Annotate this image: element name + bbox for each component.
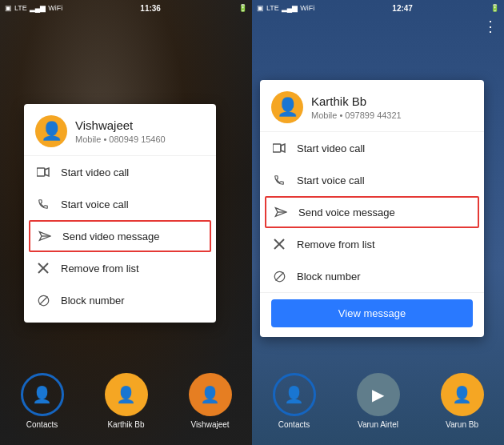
right-send-voice-label: Send voice message: [298, 206, 395, 218]
varun-bb-person-icon: 👤: [452, 385, 472, 404]
svg-marker-9: [281, 144, 285, 152]
right-avatar-icon: 👤: [277, 97, 298, 118]
right-menu-video-call[interactable]: Start video call: [260, 132, 484, 164]
left-panel: ▣ LTE ▂▄▆ WiFi 11:36 🔋 👤 Vishwajeet Mobi…: [0, 0, 252, 445]
right-battery-icon: 🔋: [490, 4, 499, 12]
right-lte-icon: LTE: [266, 4, 279, 12]
right-contact-phone: Mobile • 097899 44321: [311, 110, 473, 120]
vishwajeet-circle: 👤: [189, 373, 232, 416]
lte-icon: LTE: [14, 4, 27, 12]
right-contacts-person-icon: 👤: [284, 385, 304, 404]
karthik-person-icon: 👤: [116, 385, 136, 404]
right-remove-label: Remove from list: [297, 239, 375, 251]
right-contact-name: Karthik Bb: [311, 94, 473, 109]
right-wifi-icon: WiFi: [300, 4, 314, 12]
right-time: 12:47: [392, 4, 413, 13]
right-video-call-label: Start video call: [297, 142, 365, 154]
right-signal-icon: ▂▄▆: [282, 4, 298, 12]
right-contact-card: 👤 Karthik Bb Mobile • 097899 44321 Start…: [260, 80, 484, 337]
card-divider: [260, 292, 484, 293]
right-menu-voice-call[interactable]: Start voice call: [260, 164, 484, 196]
left-avatar: 👤: [35, 115, 67, 147]
right-tab-varun-bb-label: Varun Bb: [446, 420, 478, 429]
left-avatar-icon: 👤: [41, 121, 62, 142]
right-voice-call-label: Start voice call: [297, 174, 365, 186]
left-tab-karthik-label: Karthik Bb: [107, 420, 144, 429]
right-card-header: 👤 Karthik Bb Mobile • 097899 44321: [260, 80, 484, 132]
right-status-bar: ▣ LTE ▂▄▆ WiFi 12:47 🔋: [252, 0, 504, 16]
phone-icon: [35, 196, 51, 212]
left-video-call-label: Start video call: [61, 166, 129, 178]
right-tab-contacts-label: Contacts: [278, 420, 310, 429]
left-tab-contacts[interactable]: 👤 Contacts: [21, 373, 64, 429]
svg-line-7: [39, 296, 47, 304]
left-block-label: Block number: [61, 295, 124, 307]
right-sim-icon: ▣: [257, 4, 264, 12]
sim-icon: ▣: [5, 4, 12, 12]
right-contact-info: Karthik Bb Mobile • 097899 44321: [311, 94, 473, 120]
right-menu-remove[interactable]: Remove from list: [260, 228, 484, 260]
right-block-label: Block number: [297, 271, 360, 283]
varun-airtel-play-icon: ▶: [372, 385, 384, 404]
left-battery: 🔋: [238, 4, 247, 12]
right-contacts-circle: 👤: [273, 373, 316, 416]
right-tab-varun-airtel-label: Varun Airtel: [358, 420, 398, 429]
right-phone-icon: [271, 172, 287, 188]
x-icon: [35, 260, 51, 276]
right-menu-send-voice[interactable]: Send voice message: [265, 196, 479, 228]
left-contact-info: Vishwajeet Mobile • 080949 15460: [75, 118, 205, 144]
block-icon: [35, 292, 51, 308]
svg-rect-0: [37, 168, 45, 176]
right-tab-contacts[interactable]: 👤 Contacts: [273, 373, 316, 429]
left-menu-block[interactable]: Block number: [24, 284, 216, 316]
right-tab-varun-bb[interactable]: 👤 Varun Bb: [441, 373, 484, 429]
left-contact-name: Vishwajeet: [75, 118, 205, 133]
left-remove-label: Remove from list: [61, 263, 139, 275]
signal-icon: ▂▄▆: [30, 4, 46, 12]
right-x-icon: [271, 236, 287, 252]
three-dots-menu[interactable]: ⋮: [483, 18, 498, 35]
left-status-icons: ▣ LTE ▂▄▆ WiFi: [5, 4, 62, 12]
karthik-circle: 👤: [105, 373, 148, 416]
left-menu-send-video[interactable]: Send video message: [29, 220, 211, 252]
left-contact-phone: Mobile • 080949 15460: [75, 134, 205, 144]
left-contact-card: 👤 Vishwajeet Mobile • 080949 15460 Start…: [24, 104, 216, 323]
right-bottom-tabs: 👤 Contacts ▶ Varun Airtel 👤 Varun Bb: [252, 365, 504, 445]
right-battery: 🔋: [490, 4, 499, 12]
left-bottom-tabs: 👤 Contacts 👤 Karthik Bb 👤 Vishwajeet: [0, 365, 252, 445]
left-send-video-label: Send video message: [62, 231, 159, 243]
contacts-person-icon: 👤: [32, 385, 52, 404]
right-send-icon: [273, 204, 289, 220]
left-card-header: 👤 Vishwajeet Mobile • 080949 15460: [24, 104, 216, 156]
right-tab-varun-airtel[interactable]: ▶ Varun Airtel: [357, 373, 400, 429]
svg-rect-8: [273, 144, 281, 152]
right-status-icons: ▣ LTE ▂▄▆ WiFi: [257, 4, 314, 12]
battery-icon: 🔋: [238, 4, 247, 12]
left-time: 11:36: [140, 4, 161, 13]
wifi-icon: WiFi: [48, 4, 62, 12]
left-tab-vishwajeet-label: Vishwajeet: [190, 420, 229, 429]
svg-line-15: [275, 272, 283, 280]
left-menu-voice-call[interactable]: Start voice call: [24, 188, 216, 220]
right-menu-block[interactable]: Block number: [260, 260, 484, 292]
varun-bb-circle: 👤: [441, 373, 484, 416]
contacts-circle: 👤: [21, 373, 64, 416]
left-menu-remove[interactable]: Remove from list: [24, 252, 216, 284]
right-avatar: 👤: [271, 91, 303, 123]
left-tab-vishwajeet[interactable]: 👤 Vishwajeet: [189, 373, 232, 429]
right-block-icon: [271, 268, 287, 284]
varun-airtel-circle: ▶: [357, 373, 400, 416]
left-menu-video-call[interactable]: Start video call: [24, 156, 216, 188]
vishwajeet-person-icon: 👤: [200, 385, 220, 404]
left-voice-call-label: Start voice call: [61, 198, 129, 210]
right-panel: ▣ LTE ▂▄▆ WiFi 12:47 🔋 ⋮ 👤 Karthik Bb Mo…: [252, 0, 504, 445]
left-tab-contacts-label: Contacts: [26, 420, 58, 429]
right-video-camera-icon: [271, 140, 287, 156]
view-message-button[interactable]: View message: [271, 299, 473, 327]
video-camera-icon: [35, 164, 51, 180]
left-status-bar: ▣ LTE ▂▄▆ WiFi 11:36 🔋: [0, 0, 252, 16]
left-tab-karthik[interactable]: 👤 Karthik Bb: [105, 373, 148, 429]
svg-marker-1: [45, 168, 49, 176]
send-icon: [37, 228, 53, 244]
